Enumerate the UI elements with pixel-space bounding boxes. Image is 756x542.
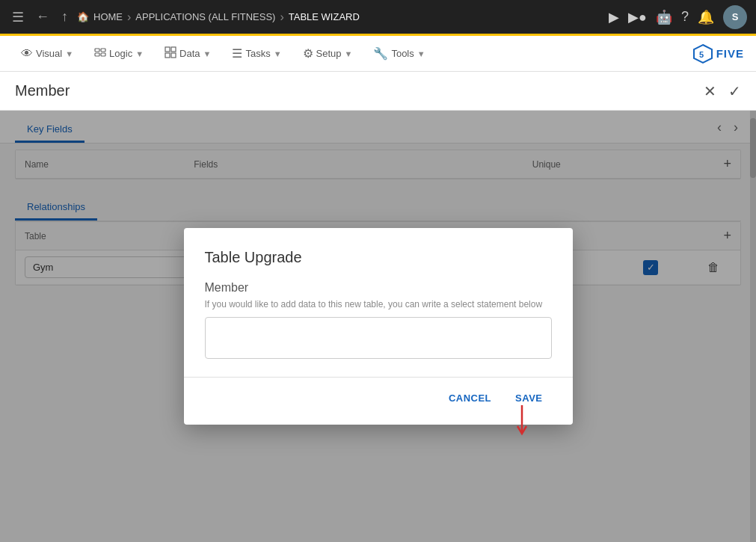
- play-icon[interactable]: ▶: [609, 9, 619, 25]
- tasks-chevron: ▼: [274, 49, 282, 58]
- data-chevron: ▼: [203, 49, 212, 58]
- svg-rect-1: [101, 49, 105, 52]
- setup-chevron: ▼: [345, 49, 353, 58]
- menu-tools[interactable]: 🔧 Tools ▼: [364, 42, 434, 65]
- menu-logic[interactable]: Logic ▼: [85, 42, 153, 66]
- svg-rect-0: [95, 49, 99, 52]
- logic-chevron: ▼: [135, 49, 144, 58]
- visual-icon: 👁: [21, 47, 33, 61]
- page-title: Member: [15, 82, 70, 99]
- bot-icon[interactable]: 🤖: [656, 9, 672, 25]
- svg-rect-4: [165, 47, 170, 52]
- breadcrumb-table-wizard: TABLE WIZARD: [289, 11, 360, 22]
- dialog-actions: CANCEL SAVE: [205, 387, 552, 410]
- dialog-subtitle: Member: [205, 281, 552, 295]
- svg-rect-5: [171, 47, 176, 52]
- dialog-description: If you would like to add data to this ne…: [205, 299, 552, 310]
- nav-right-icons: ▶ ▶● 🤖 ? 🔔 S: [609, 5, 747, 29]
- home-icon: 🏠: [77, 11, 89, 22]
- visual-chevron: ▼: [65, 49, 73, 58]
- close-icon[interactable]: ✕: [704, 82, 716, 100]
- data-icon: [165, 46, 176, 61]
- dialog: Table Upgrade Member If you would like t…: [184, 228, 573, 425]
- breadcrumb-home[interactable]: 🏠 HOME: [77, 11, 123, 22]
- breadcrumb-sep-2: ›: [280, 10, 283, 24]
- tools-icon: 🔧: [373, 46, 388, 61]
- dialog-sql-input[interactable]: [205, 317, 552, 359]
- svg-rect-3: [101, 53, 105, 56]
- menu-visual[interactable]: 👁 Visual ▼: [12, 43, 82, 65]
- svg-rect-2: [95, 53, 99, 56]
- five-logo: 5 FIVE: [692, 43, 744, 64]
- check-icon[interactable]: ✓: [728, 82, 741, 100]
- dialog-title: Table Upgrade: [205, 249, 552, 266]
- red-arrow-indicator: [513, 405, 531, 438]
- bell-icon[interactable]: 🔔: [698, 9, 714, 25]
- avatar[interactable]: S: [723, 5, 747, 29]
- main-content: Key Fields ‹ › Name Fields Unique + Rela…: [0, 111, 756, 542]
- menu-bar: 👁 Visual ▼ Logic ▼ Data ▼ ☰ Tasks ▼ ⚙ Se…: [0, 36, 756, 72]
- menu-tasks[interactable]: ☰ Tasks ▼: [223, 42, 290, 65]
- logic-icon: [94, 46, 106, 61]
- page-header-actions: ✕ ✓: [704, 82, 741, 100]
- menu-setup[interactable]: ⚙ Setup ▼: [294, 42, 362, 65]
- back-icon[interactable]: ←: [33, 6, 52, 28]
- dialog-divider: [184, 377, 573, 378]
- up-icon[interactable]: ↑: [58, 6, 71, 28]
- hamburger-icon[interactable]: ☰: [9, 6, 27, 28]
- top-nav-bar: ☰ ← ↑ 🏠 HOME › APPLICATIONS (ALL FITNESS…: [0, 0, 756, 36]
- record-icon[interactable]: ▶●: [628, 9, 647, 25]
- menu-data[interactable]: Data ▼: [156, 42, 220, 66]
- breadcrumb-sep-1: ›: [127, 10, 131, 24]
- svg-text:5: 5: [699, 50, 704, 59]
- menu-items: 👁 Visual ▼ Logic ▼ Data ▼ ☰ Tasks ▼ ⚙ Se…: [12, 42, 434, 66]
- breadcrumb: 🏠 HOME › APPLICATIONS (ALL FITNESS) › TA…: [77, 10, 603, 24]
- page-header: Member ✕ ✓: [0, 72, 756, 111]
- svg-rect-6: [165, 53, 170, 58]
- cancel-button[interactable]: CANCEL: [440, 387, 500, 410]
- setup-icon: ⚙: [303, 46, 313, 61]
- tasks-icon: ☰: [232, 46, 242, 61]
- help-icon[interactable]: ?: [681, 9, 689, 25]
- dialog-overlay: Table Upgrade Member If you would like t…: [0, 111, 756, 542]
- svg-rect-7: [171, 53, 176, 58]
- tools-chevron: ▼: [417, 49, 425, 58]
- breadcrumb-applications[interactable]: APPLICATIONS (ALL FITNESS): [135, 11, 275, 22]
